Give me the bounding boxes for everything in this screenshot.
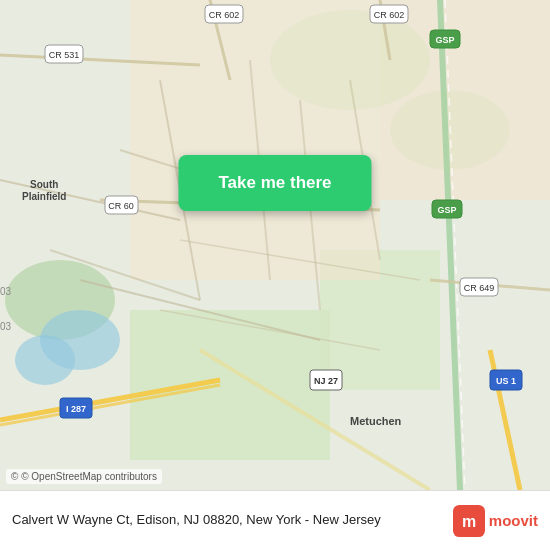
svg-text:US 1: US 1 <box>496 376 516 386</box>
svg-rect-4 <box>130 310 330 460</box>
svg-text:CR 60: CR 60 <box>108 201 134 211</box>
bottom-bar: Calvert W Wayne Ct, Edison, NJ 08820, Ne… <box>0 490 550 550</box>
svg-text:CR 531: CR 531 <box>49 50 80 60</box>
svg-text:GSP: GSP <box>435 35 454 45</box>
svg-point-3 <box>15 335 75 385</box>
svg-text:m: m <box>462 513 476 530</box>
address-text: Calvert W Wayne Ct, Edison, NJ 08820, Ne… <box>12 511 443 529</box>
svg-text:I 287: I 287 <box>66 404 86 414</box>
svg-text:Metuchen: Metuchen <box>350 415 402 427</box>
map-background: CR 531 CR 602 CR 602 CR 60 GSP GSP CR 64… <box>0 0 550 490</box>
osm-copyright: © © OpenStreetMap contributors <box>6 469 162 484</box>
svg-text:South: South <box>30 179 58 190</box>
moovit-logo: m moovit <box>453 505 538 537</box>
address-container: Calvert W Wayne Ct, Edison, NJ 08820, Ne… <box>12 511 443 529</box>
svg-text:CR 649: CR 649 <box>464 283 495 293</box>
take-me-there-button[interactable]: Take me there <box>178 155 371 211</box>
svg-text:CR 602: CR 602 <box>374 10 405 20</box>
svg-rect-8 <box>130 0 380 280</box>
svg-text:Plainfield: Plainfield <box>22 191 66 202</box>
svg-text:03: 03 <box>0 286 12 297</box>
svg-text:03: 03 <box>0 321 12 332</box>
moovit-label: moovit <box>489 512 538 529</box>
svg-text:CR 602: CR 602 <box>209 10 240 20</box>
map-container: CR 531 CR 602 CR 602 CR 60 GSP GSP CR 64… <box>0 0 550 490</box>
svg-text:NJ 27: NJ 27 <box>314 376 338 386</box>
svg-rect-9 <box>380 0 550 200</box>
svg-text:GSP: GSP <box>437 205 456 215</box>
moovit-icon: m <box>453 505 485 537</box>
